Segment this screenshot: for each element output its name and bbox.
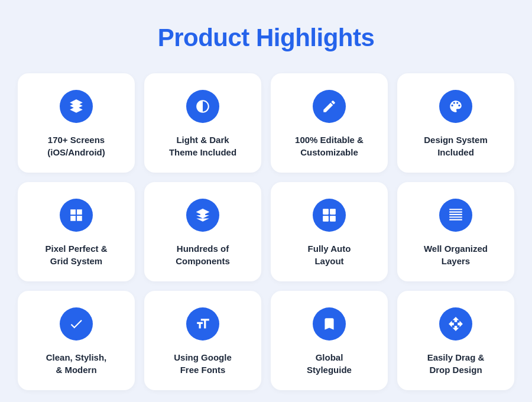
card-google-fonts: Using Google Free Fonts: [144, 291, 261, 390]
pencil-icon: [313, 90, 346, 123]
page-title: Product Highlights: [158, 24, 375, 52]
card-organized-layers-label: Well Organized Layers: [424, 242, 488, 267]
card-components: Hundreds of Components: [144, 182, 261, 281]
card-drag-drop-label: Easily Drag & Drop Design: [427, 351, 485, 376]
card-stylish-label: Clean, Stylish, & Modern: [46, 351, 107, 376]
card-light-dark: Light & Dark Theme Included: [144, 73, 261, 173]
svg-rect-4: [330, 216, 336, 222]
card-google-fonts-label: Using Google Free Fonts: [174, 351, 232, 376]
card-editable-label: 100% Editable & Customizable: [295, 134, 364, 158]
svg-rect-3: [323, 216, 329, 222]
card-light-dark-label: Light & Dark Theme Included: [169, 134, 236, 158]
layers-icon: [60, 90, 93, 123]
card-auto-layout-label: Fully Auto Layout: [308, 242, 351, 267]
components-icon: [186, 199, 219, 232]
svg-rect-2: [330, 209, 336, 215]
card-auto-layout: Fully Auto Layout: [271, 182, 388, 281]
card-components-label: Hundreds of Components: [176, 242, 230, 267]
grid-icon: [60, 199, 93, 232]
card-stylish: Clean, Stylish, & Modern: [18, 291, 135, 390]
svg-rect-1: [323, 209, 329, 215]
card-styleguide-label: Global Styleguide: [307, 351, 352, 376]
card-organized-layers: Well Organized Layers: [397, 182, 514, 281]
highlights-grid: 170+ Screens (iOS/Android)Light & Dark T…: [18, 73, 514, 390]
palette-icon: [439, 90, 472, 123]
card-drag-drop: Easily Drag & Drop Design: [397, 291, 514, 390]
card-pixel-perfect: Pixel Perfect & Grid System: [18, 182, 135, 281]
bookmark-icon: [313, 307, 346, 341]
font-icon: [186, 307, 219, 341]
check-badge-icon: [60, 307, 93, 341]
auto-layout-icon: [313, 199, 346, 232]
card-design-system-label: Design System Included: [424, 134, 488, 158]
card-screens-label: 170+ Screens (iOS/Android): [47, 134, 105, 158]
card-screens: 170+ Screens (iOS/Android): [18, 73, 135, 173]
half-circle-icon: [186, 90, 219, 123]
card-design-system: Design System Included: [397, 73, 514, 173]
stack-icon: [439, 199, 472, 232]
card-styleguide: Global Styleguide: [271, 291, 388, 390]
card-editable: 100% Editable & Customizable: [271, 73, 388, 173]
svg-point-0: [200, 213, 206, 218]
card-pixel-perfect-label: Pixel Perfect & Grid System: [45, 242, 107, 267]
move-icon: [439, 307, 472, 341]
